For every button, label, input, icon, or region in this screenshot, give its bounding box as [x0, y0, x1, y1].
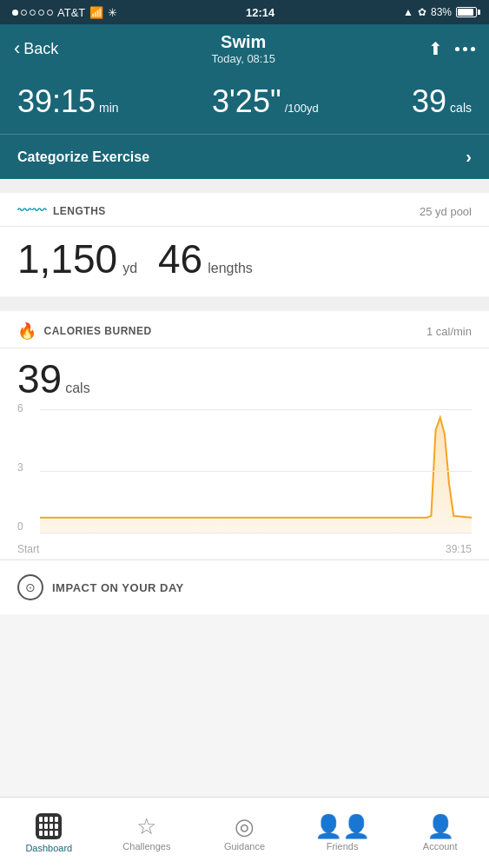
fire-icon: 🔥	[17, 321, 37, 341]
lengths-title: 〰〰 LENGTHS	[17, 203, 106, 219]
signal-dot-1	[12, 10, 18, 16]
distance-stat: 1,150 yd	[17, 235, 137, 282]
lengths-count-value: 46	[158, 235, 202, 282]
lengths-count-unit: lengths	[208, 261, 253, 276]
wave-icon: 〰〰	[17, 203, 46, 219]
tab-account-label: Account	[423, 841, 458, 851]
tab-challenges[interactable]: ☆ Challenges	[98, 798, 196, 868]
pace-stat: 3'25" /100yd	[212, 83, 319, 120]
tab-dashboard-label: Dashboard	[25, 843, 72, 853]
carrier-label: AT&T	[57, 6, 85, 19]
gridline-mid	[40, 471, 472, 472]
lengths-header: 〰〰 LENGTHS 25 yd pool	[0, 193, 489, 227]
status-time: 12:14	[246, 6, 274, 19]
target-icon: ⊙	[25, 580, 36, 594]
calories-value: 39	[17, 356, 62, 401]
lengths-data: 1,150 yd 46 lengths	[0, 227, 489, 296]
signal-dot-3	[30, 10, 36, 16]
chart-y-labels: 6 3 0	[17, 402, 23, 533]
lengths-title-text: LENGTHS	[53, 205, 106, 217]
more-menu-button[interactable]	[455, 47, 475, 51]
dot-3	[471, 47, 475, 51]
battery-fill	[458, 9, 473, 16]
categorize-label: Categorize Exercise	[17, 149, 149, 165]
distance-value: 1,150	[17, 235, 117, 282]
status-bar: AT&T 📶 ✳ 12:14 ▲ ✿ 83%	[0, 0, 489, 24]
pace-value: 3'25"	[212, 83, 281, 120]
status-left: AT&T 📶 ✳	[12, 6, 117, 19]
y-label-3: 3	[17, 461, 23, 474]
section-spacer	[0, 179, 489, 193]
back-chevron-icon: ‹	[14, 39, 20, 58]
impact-title: IMPACT ON YOUR DAY	[52, 581, 184, 594]
chart-area	[40, 409, 472, 533]
chart-line	[40, 418, 472, 518]
x-label-start: Start	[17, 543, 39, 555]
bluetooth-icon: ✿	[418, 6, 426, 18]
categorize-chevron-icon: ›	[466, 147, 472, 167]
lengths-section: 〰〰 LENGTHS 25 yd pool 1,150 yd 46 length…	[0, 193, 489, 296]
gridline-top	[40, 409, 472, 410]
tab-bar: Dashboard ☆ Challenges ◎ Guidance 👤👤 Fri…	[0, 797, 489, 868]
tab-spacer	[0, 614, 489, 686]
tab-friends[interactable]: 👤👤 Friends	[294, 798, 392, 868]
gridline-bottom	[40, 533, 472, 533]
account-icon: 👤	[426, 815, 454, 838]
calories-unit: cals	[65, 381, 89, 395]
impact-icon: ⊙	[17, 574, 43, 600]
guidance-icon: ◎	[235, 815, 254, 838]
calories-header: 🔥 CALORIES BURNED 1 cal/min	[0, 311, 489, 348]
cals-value: 39	[412, 86, 446, 117]
distance-unit: yd	[122, 261, 137, 276]
duration-stat: 39:15 min	[17, 86, 119, 117]
cal-rate: 1 cal/min	[426, 325, 472, 338]
dashboard-icon	[36, 813, 62, 839]
tab-dashboard[interactable]: Dashboard	[0, 798, 98, 868]
tab-challenges-label: Challenges	[122, 841, 170, 851]
activity-subtitle: Today, 08:15	[211, 52, 274, 65]
tab-guidance[interactable]: ◎ Guidance	[195, 798, 294, 868]
tab-account[interactable]: 👤 Account	[391, 798, 489, 868]
back-button[interactable]: ‹ Back	[14, 39, 58, 58]
wifi-icon: 📶	[89, 6, 103, 19]
y-label-6: 6	[17, 402, 23, 414]
friends-icon: 👤👤	[314, 815, 370, 838]
battery-icon	[456, 7, 477, 17]
pool-size: 25 yd pool	[420, 205, 472, 218]
header-actions: ⬆	[428, 38, 475, 59]
duration-value: 39:15	[17, 86, 96, 117]
chart-x-labels: Start 39:15	[17, 543, 472, 555]
stats-bar: 39:15 min 3'25" /100yd 39 cals	[0, 73, 489, 134]
signal-dots	[12, 10, 53, 16]
x-label-end: 39:15	[446, 543, 472, 555]
share-icon[interactable]: ⬆	[428, 38, 443, 59]
cals-stat: 39 cals	[412, 86, 472, 117]
signal-dot-4	[38, 10, 44, 16]
dot-2	[463, 47, 467, 51]
calories-data: 39cals	[0, 348, 489, 402]
pace-unit: /100yd	[285, 102, 319, 115]
tab-guidance-label: Guidance	[224, 841, 265, 851]
cals-unit: cals	[450, 101, 472, 115]
signal-dot-2	[21, 10, 27, 16]
impact-row: ⊙ IMPACT ON YOUR DAY	[0, 560, 489, 614]
activity-title: Swim	[211, 32, 274, 52]
section-spacer-2	[0, 297, 489, 311]
header: ‹ Back Swim Today, 08:15 ⬆	[0, 24, 489, 73]
y-label-0: 0	[17, 520, 23, 533]
duration-unit: min	[99, 101, 119, 115]
calories-title: 🔥 CALORIES BURNED	[17, 321, 152, 341]
back-label: Back	[23, 40, 58, 58]
lengths-count-stat: 46 lengths	[158, 235, 253, 282]
header-title: Swim Today, 08:15	[211, 32, 274, 65]
calories-title-text: CALORIES BURNED	[44, 325, 152, 337]
calories-chart: 6 3 0	[0, 402, 489, 559]
challenges-icon: ☆	[136, 815, 156, 838]
battery-percent: 83%	[431, 6, 452, 18]
signal-dot-5	[47, 10, 53, 16]
brightness-icon: ✳	[108, 6, 117, 19]
categorize-exercise-button[interactable]: Categorize Exercise ›	[0, 134, 489, 179]
tab-friends-label: Friends	[327, 841, 359, 851]
chart-fill	[40, 418, 472, 533]
dot-1	[455, 47, 459, 51]
